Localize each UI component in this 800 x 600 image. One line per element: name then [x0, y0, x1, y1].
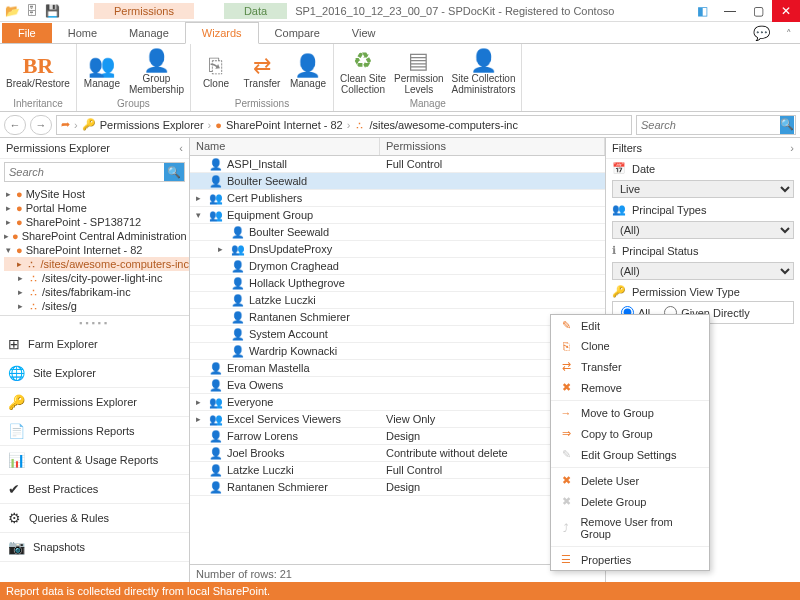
table-row[interactable]: 👤Boulter Seewald — [190, 173, 605, 190]
tab-view[interactable]: View — [336, 23, 392, 43]
table-row[interactable]: ▸👥Everyone — [190, 394, 605, 411]
nav-categories: ⊞Farm Explorer🌐Site Explorer🔑Permissions… — [0, 330, 189, 583]
status-bar: Report data is collected directly from l… — [0, 582, 800, 600]
transfer-button[interactable]: ⇄Transfer — [243, 55, 281, 89]
tab-wizards[interactable]: Wizards — [185, 22, 259, 44]
table-row[interactable]: ▸👥Excel Services ViewersView Only — [190, 411, 605, 428]
nav-category[interactable]: ⚙Queries & Rules — [0, 504, 189, 533]
table-row[interactable]: 👤System Account — [190, 326, 605, 343]
maximize-button[interactable]: ▢ — [744, 0, 772, 22]
menu-item[interactable]: ⇒Copy to Group — [551, 423, 709, 444]
nav-category[interactable]: 🌐Site Explorer — [0, 359, 189, 388]
nav-back-button[interactable]: ← — [4, 115, 26, 135]
table-row[interactable]: 👤Eva Owens — [190, 377, 605, 394]
clone-button[interactable]: ⎘Clone — [197, 55, 235, 89]
table-row[interactable]: 👤Rantanen SchmiererDesign — [190, 479, 605, 496]
date-select[interactable]: Live — [612, 180, 794, 198]
principal-types-select[interactable]: (All) — [612, 221, 794, 239]
qat-db-icon[interactable]: 🗄 — [24, 3, 40, 19]
nav-forward-button[interactable]: → — [30, 115, 52, 135]
tree-search[interactable]: 🔍 — [4, 162, 185, 182]
nav-category[interactable]: ⊞Farm Explorer — [0, 330, 189, 359]
chevron-right-icon[interactable]: › — [790, 142, 794, 154]
menu-item[interactable]: ☰Properties — [551, 549, 709, 570]
col-name[interactable]: Name — [190, 138, 380, 155]
menu-item: ✖Delete Group — [551, 491, 709, 512]
col-permissions[interactable]: Permissions — [380, 138, 605, 155]
grid-footer: Number of rows: 21 — [190, 564, 605, 583]
context-tab-data: Data — [224, 3, 287, 19]
table-row[interactable]: ▸👥DnsUpdateProxy — [190, 241, 605, 258]
ribbon: BRBreak/Restore Inheritance 👥Manage 👤Gro… — [0, 44, 800, 112]
table-row[interactable]: 👤Boulter Seewald — [190, 224, 605, 241]
menu-item[interactable]: ✎Edit — [551, 315, 709, 336]
ribbon-tabs: File Home Manage Wizards Compare View 💬 … — [0, 22, 800, 44]
tree-node[interactable]: ▸●Portal Home — [4, 201, 189, 215]
nav-search-input[interactable] — [641, 119, 780, 131]
table-row[interactable]: ▸👥Cert Publishers — [190, 190, 605, 207]
principal-status-select[interactable]: (All) — [612, 262, 794, 280]
tree-search-input[interactable] — [5, 163, 164, 181]
context-tab-permissions: Permissions — [94, 3, 194, 19]
nav-category[interactable]: 📊Content & Usage Reports — [0, 446, 189, 475]
perm-manage-button[interactable]: 👤Manage — [289, 55, 327, 89]
breadcrumb[interactable]: ➦› 🔑Permissions Explorer› ●SharePoint In… — [56, 115, 632, 135]
table-row[interactable]: 👤ASPI_InstallFull Control — [190, 156, 605, 173]
tree-node[interactable]: ▸●SharePoint - SP138712 — [4, 215, 189, 229]
groups-manage-button[interactable]: 👥Manage — [83, 55, 121, 89]
search-icon[interactable]: 🔍 — [164, 163, 184, 181]
menu-item[interactable]: ⎘Clone — [551, 336, 709, 356]
nav-category[interactable]: 📄Permissions Reports — [0, 417, 189, 446]
perm-levels-button[interactable]: ▤Permission Levels — [394, 50, 443, 95]
grid-panel: Name Permissions 👤ASPI_InstallFull Contr… — [190, 138, 605, 583]
table-row[interactable]: 👤Rantanen Schmierer — [190, 309, 605, 326]
tree-node[interactable]: ▸⛬/sites/fabrikam-inc — [4, 285, 189, 299]
clean-site-button[interactable]: ♻Clean Site Collection — [340, 50, 386, 95]
table-row[interactable]: 👤Joel BrooksContribute without delete — [190, 445, 605, 462]
table-row[interactable]: 👤Drymon Craghead — [190, 258, 605, 275]
search-icon[interactable]: 🔍 — [780, 116, 794, 134]
title-bar: 📂 🗄 💾 Permissions Data SP1_2016_10_12_23… — [0, 0, 800, 22]
site-admins-button[interactable]: 👤Site Collection Administrators — [452, 50, 516, 95]
table-row[interactable]: 👤Hollack Upthegrove — [190, 275, 605, 292]
table-row[interactable]: 👤Wardrip Kownacki — [190, 343, 605, 360]
tree-node[interactable]: ▸●SharePoint Central Administration v — [4, 229, 189, 243]
nav-search[interactable]: 🔍 — [636, 115, 796, 135]
qat-save-icon[interactable]: 💾 — [44, 3, 60, 19]
nav-category[interactable]: 🔑Permissions Explorer — [0, 388, 189, 417]
tree-node[interactable]: ▾●SharePoint Internet - 82 — [4, 243, 189, 257]
principal-types-icon: 👥 — [612, 203, 626, 216]
nav-category[interactable]: ✔Best Practices — [0, 475, 189, 504]
table-row[interactable]: ▾👥Equipment Group — [190, 207, 605, 224]
ribbon-collapse-icon[interactable]: ˄ — [778, 26, 800, 43]
help-square-icon[interactable]: ◧ — [688, 0, 716, 22]
tab-compare[interactable]: Compare — [259, 23, 336, 43]
group-membership-button[interactable]: 👤Group Membership — [129, 50, 184, 95]
tree-node[interactable]: ▸⛬/sites/g — [4, 299, 189, 313]
tab-home[interactable]: Home — [52, 23, 113, 43]
help-bubble-icon[interactable]: 💬 — [745, 23, 778, 43]
tree-node[interactable]: ▸⛬/sites/awesome-computers-inc — [4, 257, 189, 271]
table-row[interactable]: 👤Eroman Mastella — [190, 360, 605, 377]
view-type-icon: 🔑 — [612, 285, 626, 298]
tab-manage[interactable]: Manage — [113, 23, 185, 43]
close-button[interactable]: ✕ — [772, 0, 800, 22]
break-restore-button[interactable]: BRBreak/Restore — [6, 55, 70, 89]
left-panel: Permissions Explorer ‹ 🔍 ▸●MySite Host▸●… — [0, 138, 190, 583]
minimize-button[interactable]: — — [716, 0, 744, 22]
chevron-left-icon[interactable]: ‹ — [179, 142, 183, 154]
menu-item[interactable]: ✖Delete User — [551, 470, 709, 491]
table-row[interactable]: 👤Latzke LuczkiFull Control — [190, 462, 605, 479]
menu-item[interactable]: ⇄Transfer — [551, 356, 709, 377]
tree-node[interactable]: ▸●MySite Host — [4, 187, 189, 201]
qat-open-icon[interactable]: 📂 — [4, 3, 20, 19]
tree-overflow[interactable]: ▪▪▪▪▪ — [0, 316, 189, 330]
table-row[interactable]: 👤Farrow LorensDesign — [190, 428, 605, 445]
menu-item[interactable]: →Move to Group — [551, 403, 709, 423]
table-row[interactable]: 👤Latzke Luczki — [190, 292, 605, 309]
nav-category[interactable]: 📷Snapshots — [0, 533, 189, 562]
tab-file[interactable]: File — [2, 23, 52, 43]
tree-node[interactable]: ▸⛬/sites/city-power-light-inc — [4, 271, 189, 285]
grid-header: Name Permissions — [190, 138, 605, 156]
menu-item[interactable]: ✖Remove — [551, 377, 709, 398]
